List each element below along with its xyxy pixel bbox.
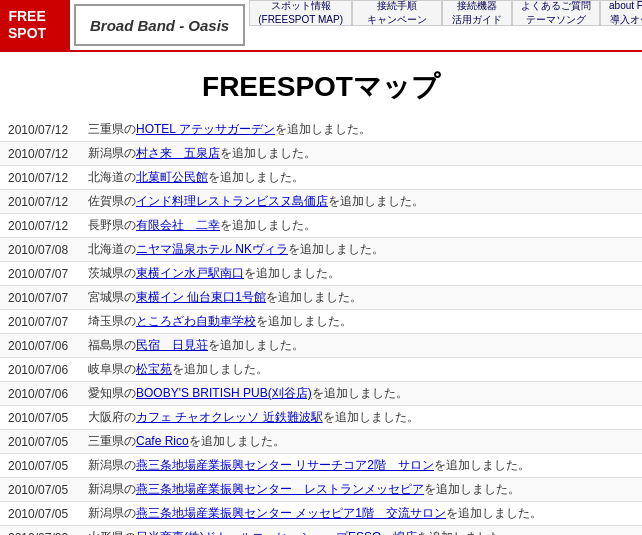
table-row: 2010/07/05新潟県の燕三条地場産業振興センター メッセピア1階 交流サロ… bbox=[0, 502, 642, 526]
entry-date: 2010/07/12 bbox=[0, 142, 80, 166]
entry-link[interactable]: 民宿 日見荘 bbox=[136, 338, 208, 352]
nav-spot[interactable]: スポット情報(FREESPOT MAP) bbox=[249, 0, 352, 26]
nav-wrapper: スポット情報(FREESPOT MAP) 接続手順キャンペーン 接続機器活用ガイ… bbox=[249, 0, 642, 50]
table-row: 2010/07/07茨城県の東横イン水戸駅南口を追加しました。 bbox=[0, 262, 642, 286]
entry-suffix: を追加しました。 bbox=[208, 338, 304, 352]
entry-prefix: 三重県の bbox=[88, 434, 136, 448]
entry-info: 長野県の有限会社 二幸を追加しました。 bbox=[80, 214, 642, 238]
logo-area: FREE SPOT bbox=[0, 0, 70, 50]
entry-date: 2010/07/06 bbox=[0, 334, 80, 358]
entry-info: 茨城県の東横イン水戸駅南口を追加しました。 bbox=[80, 262, 642, 286]
nav-device[interactable]: 接続機器活用ガイド bbox=[442, 0, 512, 26]
entry-link[interactable]: 村さ来 五泉店 bbox=[136, 146, 220, 160]
entry-info: 新潟県の燕三条地場産業振興センター メッセピア1階 交流サロンを追加しました。 bbox=[80, 502, 642, 526]
entry-prefix: 長野県の bbox=[88, 218, 136, 232]
entry-prefix: 山形県の bbox=[88, 530, 136, 535]
entry-info: 三重県のCafe Ricoを追加しました。 bbox=[80, 430, 642, 454]
entry-link[interactable]: 東横イン水戸駅南口 bbox=[136, 266, 244, 280]
entry-suffix: を追加しました。 bbox=[312, 386, 408, 400]
entry-link[interactable]: 燕三条地場産業振興センター メッセピア1階 交流サロン bbox=[136, 506, 446, 520]
entry-info: 新潟県の村さ来 五泉店を追加しました。 bbox=[80, 142, 642, 166]
entry-date: 2010/07/12 bbox=[0, 166, 80, 190]
entry-date: 2010/07/05 bbox=[0, 430, 80, 454]
entries-table: 2010/07/12三重県のHOTEL アテッサガーデンを追加しました。2010… bbox=[0, 118, 642, 535]
entry-link[interactable]: 東横イン 仙台東口1号館 bbox=[136, 290, 266, 304]
entry-link[interactable]: Cafe Rico bbox=[136, 434, 189, 448]
table-row: 2010/07/06福島県の民宿 日見荘を追加しました。 bbox=[0, 334, 642, 358]
entry-info: 埼玉県のところざわ自動車学校を追加しました。 bbox=[80, 310, 642, 334]
entry-date: 2010/07/08 bbox=[0, 238, 80, 262]
entry-link[interactable]: 燕三条地場産業振興センター レストランメッセピア bbox=[136, 482, 424, 496]
table-row: 2010/07/06岐阜県の松宝苑を追加しました。 bbox=[0, 358, 642, 382]
entry-prefix: 新潟県の bbox=[88, 458, 136, 472]
entry-link[interactable]: ニヤマ温泉ホテル NKヴィラ bbox=[136, 242, 288, 256]
entry-suffix: を追加しました。 bbox=[275, 122, 371, 136]
entry-date: 2010/07/07 bbox=[0, 310, 80, 334]
entry-link[interactable]: 北菓町公民館 bbox=[136, 170, 208, 184]
entry-prefix: 新潟県の bbox=[88, 146, 136, 160]
table-row: 2010/07/05新潟県の燕三条地場産業振興センター レストランメッセピアを追… bbox=[0, 478, 642, 502]
entry-info: 新潟県の燕三条地場産業振興センター リサーチコア2階 サロンを追加しました。 bbox=[80, 454, 642, 478]
table-row: 2010/07/12北海道の北菓町公民館を追加しました。 bbox=[0, 166, 642, 190]
entry-info: 新潟県の燕三条地場産業振興センター レストランメッセピアを追加しました。 bbox=[80, 478, 642, 502]
entry-info: 大阪府のカフェ チャオクレッソ 近鉄難波駅を追加しました。 bbox=[80, 406, 642, 430]
entry-link[interactable]: BOOBY'S BRITISH PUB(刈谷店) bbox=[136, 386, 312, 400]
entry-prefix: 大阪府の bbox=[88, 410, 136, 424]
entry-suffix: を追加しました。 bbox=[208, 170, 304, 184]
table-row: 2010/07/12長野県の有限会社 二幸を追加しました。 bbox=[0, 214, 642, 238]
entry-link[interactable]: 松宝苑 bbox=[136, 362, 172, 376]
entry-date: 2010/07/05 bbox=[0, 478, 80, 502]
page-title: FREESPOTマップ bbox=[0, 52, 642, 118]
entry-link[interactable]: 有限会社 二幸 bbox=[136, 218, 220, 232]
entry-prefix: 新潟県の bbox=[88, 506, 136, 520]
nav-connect[interactable]: 接続手順キャンペーン bbox=[352, 0, 442, 26]
entry-suffix: を追加しました。 bbox=[220, 218, 316, 232]
entry-info: 北海道のニヤマ温泉ホテル NKヴィラを追加しました。 bbox=[80, 238, 642, 262]
entry-suffix: を追加しました。 bbox=[189, 434, 285, 448]
table-row: 2010/07/08北海道のニヤマ温泉ホテル NKヴィラを追加しました。 bbox=[0, 238, 642, 262]
entry-prefix: 岐阜県の bbox=[88, 362, 136, 376]
entry-info: 北海道の北菓町公民館を追加しました。 bbox=[80, 166, 642, 190]
entry-suffix: を追加しました。 bbox=[256, 314, 352, 328]
entry-link[interactable]: カフェ チャオクレッソ 近鉄難波駅 bbox=[136, 410, 323, 424]
entry-date: 2010/07/05 bbox=[0, 502, 80, 526]
nav-faq[interactable]: よくあるご質問テーマソング bbox=[512, 0, 600, 26]
table-row: 2010/07/07宮城県の東横イン 仙台東口1号館を追加しました。 bbox=[0, 286, 642, 310]
table-row: 2010/07/05大阪府のカフェ チャオクレッソ 近鉄難波駅を追加しました。 bbox=[0, 406, 642, 430]
entry-date: 2010/07/06 bbox=[0, 382, 80, 406]
entry-prefix: 埼玉県の bbox=[88, 314, 136, 328]
entry-info: 山形県の日米商事(株)ドトールコーヒーショップESSO 嶋店を追加しました。 bbox=[80, 526, 642, 536]
entry-info: 宮城県の東横イン 仙台東口1号館を追加しました。 bbox=[80, 286, 642, 310]
entry-link[interactable]: 燕三条地場産業振興センター リサーチコア2階 サロン bbox=[136, 458, 434, 472]
entry-prefix: 茨城県の bbox=[88, 266, 136, 280]
table-row: 2010/07/07埼玉県のところざわ自動車学校を追加しました。 bbox=[0, 310, 642, 334]
entry-link[interactable]: HOTEL アテッサガーデン bbox=[136, 122, 275, 136]
entry-prefix: 佐賀県の bbox=[88, 194, 136, 208]
header: FREE SPOT Broad Band - Oasis スポット情報(FREE… bbox=[0, 0, 642, 52]
table-row: 2010/07/12新潟県の村さ来 五泉店を追加しました。 bbox=[0, 142, 642, 166]
entry-suffix: を追加しました。 bbox=[323, 410, 419, 424]
entry-prefix: 北海道の bbox=[88, 170, 136, 184]
entry-date: 2010/07/06 bbox=[0, 358, 80, 382]
entry-date: 2010/07/12 bbox=[0, 190, 80, 214]
entry-info: 佐賀県のインド料理レストランビスヌ島価店を追加しました。 bbox=[80, 190, 642, 214]
entry-suffix: を追加しました。 bbox=[266, 290, 362, 304]
entry-prefix: 福島県の bbox=[88, 338, 136, 352]
nav-about[interactable]: about FREESPOT導入オーナ様情報 bbox=[600, 0, 642, 26]
entry-info: 三重県のHOTEL アテッサガーデンを追加しました。 bbox=[80, 118, 642, 142]
entry-prefix: 宮城県の bbox=[88, 290, 136, 304]
entry-link[interactable]: インド料理レストランビスヌ島価店 bbox=[136, 194, 328, 208]
table-row: 2010/07/06愛知県のBOOBY'S BRITISH PUB(刈谷店)を追… bbox=[0, 382, 642, 406]
entry-date: 2010/07/02 bbox=[0, 526, 80, 536]
entry-link[interactable]: 日米商事(株)ドトールコーヒーショップESSO 嶋店 bbox=[136, 530, 417, 535]
entry-link[interactable]: ところざわ自動車学校 bbox=[136, 314, 256, 328]
entry-prefix: 愛知県の bbox=[88, 386, 136, 400]
entry-prefix: 新潟県の bbox=[88, 482, 136, 496]
logo-text: FREE SPOT bbox=[8, 8, 46, 42]
entry-suffix: を追加しました。 bbox=[220, 146, 316, 160]
entry-suffix: を追加しました。 bbox=[244, 266, 340, 280]
entry-date: 2010/07/05 bbox=[0, 454, 80, 478]
nav-row-top: スポット情報(FREESPOT MAP) 接続手順キャンペーン 接続機器活用ガイ… bbox=[249, 0, 642, 26]
entry-date: 2010/07/05 bbox=[0, 406, 80, 430]
entry-suffix: を追加しました。 bbox=[328, 194, 424, 208]
